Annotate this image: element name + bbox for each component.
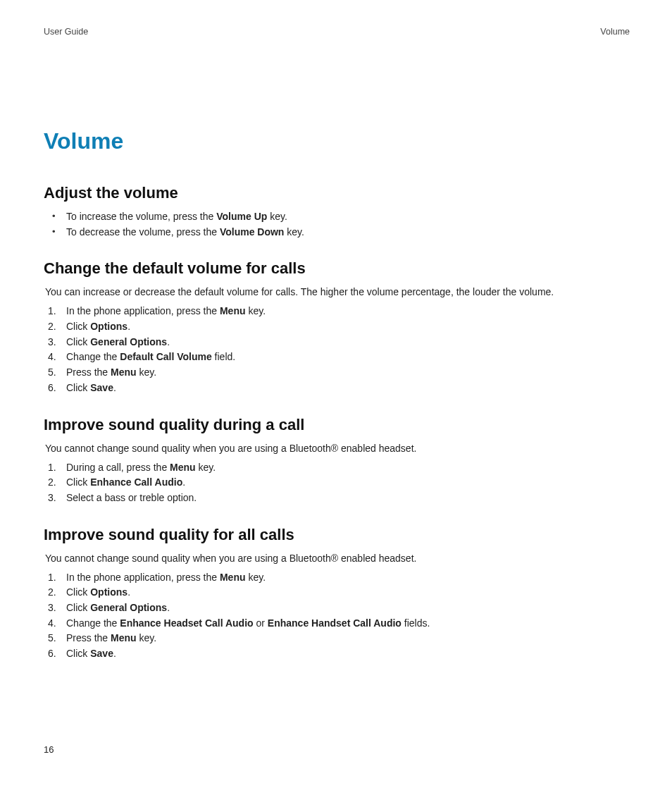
page-title: Volume xyxy=(44,128,630,154)
list-item: Select a bass or treble option. xyxy=(66,491,630,506)
bold-term: Save xyxy=(90,648,113,659)
bold-term: General Options xyxy=(90,336,167,347)
section-intro: You cannot change sound quality when you… xyxy=(45,551,630,566)
section-heading: Improve sound quality for all calls xyxy=(44,526,630,544)
bold-term: Menu xyxy=(170,462,196,473)
bold-term: Options xyxy=(90,321,127,332)
bold-term: Enhance Call Audio xyxy=(90,476,182,488)
list-item: Click Enhance Call Audio. xyxy=(66,475,630,491)
header-left: User Guide xyxy=(44,27,88,37)
list-item: Click General Options. xyxy=(66,335,630,350)
bold-term: Default Call Volume xyxy=(120,351,211,362)
header-right: Volume xyxy=(600,27,630,37)
list-item: Click Save. xyxy=(66,646,630,662)
bold-term: Save xyxy=(90,382,113,393)
list-item: Click Options. xyxy=(66,585,630,600)
list-item: Click Save. xyxy=(66,381,630,396)
section-heading: Adjust the volume xyxy=(44,184,630,202)
page-header: User Guide Volume xyxy=(44,27,630,37)
page-number: 16 xyxy=(44,744,54,755)
step-list: In the phone application, press the Menu… xyxy=(44,304,630,395)
section-heading: Change the default volume for calls xyxy=(44,259,630,278)
bold-term: Menu xyxy=(111,366,137,378)
bold-term: Enhance Handset Call Audio xyxy=(268,617,402,629)
list-item: Change the Enhance Headset Call Audio or… xyxy=(66,616,630,632)
section-heading: Improve sound quality during a call xyxy=(44,416,630,434)
list-item: Click Options. xyxy=(66,319,630,335)
bold-term: Menu xyxy=(220,305,246,316)
bold-term: Enhance Headset Call Audio xyxy=(120,617,253,629)
list-item: In the phone application, press the Menu… xyxy=(66,570,630,586)
list-item: Change the Default Call Volume field. xyxy=(66,350,630,365)
step-list: During a call, press the Menu key.Click … xyxy=(44,460,630,506)
list-item: To decrease the volume, press the Volume… xyxy=(66,225,630,240)
bold-term: Volume Up xyxy=(216,211,267,222)
section-intro: You cannot change sound quality when you… xyxy=(45,441,630,456)
section-intro: You can increase or decrease the default… xyxy=(45,285,630,300)
list-item: To increase the volume, press the Volume… xyxy=(66,209,630,225)
bold-term: Menu xyxy=(111,632,137,643)
bold-term: General Options xyxy=(90,602,167,613)
list-item: Press the Menu key. xyxy=(66,631,630,646)
bullet-list: To increase the volume, press the Volume… xyxy=(44,209,630,240)
bold-term: Volume Down xyxy=(220,226,285,238)
bold-term: Options xyxy=(90,586,127,598)
list-item: Press the Menu key. xyxy=(66,365,630,381)
list-item: In the phone application, press the Menu… xyxy=(66,304,630,319)
step-list: In the phone application, press the Menu… xyxy=(44,570,630,662)
list-item: During a call, press the Menu key. xyxy=(66,460,630,476)
bold-term: Menu xyxy=(220,572,246,583)
list-item: Click General Options. xyxy=(66,600,630,616)
content-body: Adjust the volumeTo increase the volume,… xyxy=(44,184,630,662)
